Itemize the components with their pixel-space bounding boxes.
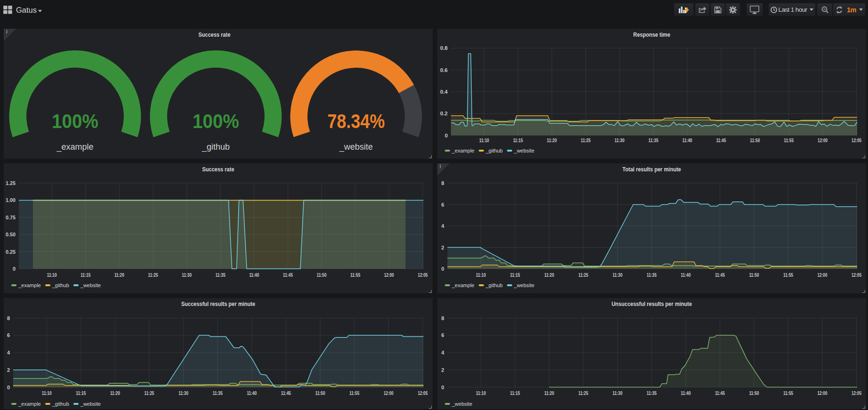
- svg-text:11:35: 11:35: [649, 137, 659, 143]
- svg-text:11:55: 11:55: [350, 272, 360, 278]
- svg-text:11:50: 11:50: [749, 272, 759, 278]
- svg-text:6: 6: [441, 202, 444, 208]
- svg-text:11:50: 11:50: [749, 390, 759, 396]
- svg-text:11:55: 11:55: [784, 137, 794, 143]
- svg-text:8: 8: [7, 315, 10, 321]
- svg-text:11:10: 11:10: [476, 390, 486, 396]
- svg-text:11:45: 11:45: [715, 390, 725, 396]
- svg-text:0: 0: [445, 133, 448, 138]
- svg-text:12:05: 12:05: [852, 390, 861, 396]
- svg-text:12:00: 12:00: [818, 137, 828, 143]
- svg-text:6: 6: [441, 332, 444, 338]
- svg-text:11:20: 11:20: [547, 137, 557, 143]
- svg-text:4: 4: [7, 350, 10, 355]
- svg-text:11:35: 11:35: [647, 272, 657, 278]
- svg-text:4: 4: [441, 350, 444, 355]
- svg-text:11:20: 11:20: [114, 272, 124, 278]
- svg-text:11:20: 11:20: [544, 272, 554, 278]
- svg-text:11:40: 11:40: [249, 272, 259, 278]
- svg-text:11:15: 11:15: [76, 390, 86, 396]
- svg-text:11:45: 11:45: [715, 272, 725, 278]
- svg-text:11:55: 11:55: [783, 390, 793, 396]
- svg-text:11:45: 11:45: [281, 390, 291, 396]
- svg-text:11:20: 11:20: [544, 390, 554, 396]
- svg-text:11:35: 11:35: [647, 390, 657, 396]
- svg-text:0: 0: [13, 266, 16, 272]
- svg-text:8: 8: [441, 315, 444, 321]
- svg-text:11:30: 11:30: [178, 390, 188, 396]
- svg-text:_github: _github: [201, 142, 230, 152]
- svg-text:11:25: 11:25: [579, 390, 588, 396]
- svg-text:0.6: 0.6: [440, 67, 448, 73]
- svg-text:11:55: 11:55: [349, 390, 359, 396]
- svg-text:11:10: 11:10: [476, 272, 486, 278]
- svg-text:12:05: 12:05: [418, 390, 428, 396]
- svg-text:11:25: 11:25: [579, 272, 588, 278]
- svg-text:6: 6: [7, 332, 10, 338]
- svg-text:11:55: 11:55: [783, 272, 793, 278]
- svg-text:0: 0: [7, 385, 10, 390]
- svg-text:11:25: 11:25: [145, 390, 154, 396]
- svg-text:11:25: 11:25: [148, 272, 158, 278]
- svg-text:11:30: 11:30: [612, 272, 622, 278]
- svg-text:2: 2: [441, 245, 444, 250]
- svg-text:11:15: 11:15: [510, 390, 520, 396]
- svg-text:0: 0: [441, 385, 444, 390]
- svg-text:11:10: 11:10: [42, 390, 52, 396]
- svg-text:11:45: 11:45: [716, 137, 726, 143]
- svg-text:12:00: 12:00: [384, 390, 394, 396]
- svg-text:0.50: 0.50: [6, 232, 16, 237]
- svg-text:12:00: 12:00: [384, 272, 394, 278]
- svg-text:100%: 100%: [52, 110, 98, 132]
- svg-text:11:45: 11:45: [283, 272, 293, 278]
- svg-text:0.25: 0.25: [6, 249, 16, 255]
- svg-text:11:40: 11:40: [683, 137, 692, 143]
- svg-text:11:25: 11:25: [581, 137, 591, 143]
- svg-text:11:40: 11:40: [681, 390, 691, 396]
- svg-text:11:30: 11:30: [612, 390, 622, 396]
- svg-text:11:30: 11:30: [615, 137, 625, 143]
- svg-text:12:05: 12:05: [418, 272, 428, 278]
- svg-text:11:20: 11:20: [110, 390, 120, 396]
- svg-text:0.75: 0.75: [6, 215, 16, 220]
- svg-text:0.4: 0.4: [440, 89, 448, 95]
- svg-text:11:15: 11:15: [513, 137, 523, 143]
- svg-text:1.00: 1.00: [6, 197, 16, 203]
- svg-text:12:00: 12:00: [818, 390, 828, 396]
- svg-text:0.8: 0.8: [440, 45, 448, 51]
- svg-text:2: 2: [7, 367, 10, 373]
- svg-text:11:10: 11:10: [479, 137, 489, 143]
- svg-text:_example: _example: [56, 142, 93, 152]
- svg-text:0.2: 0.2: [440, 111, 448, 116]
- svg-text:12:05: 12:05: [852, 272, 861, 278]
- svg-text:12:00: 12:00: [818, 272, 828, 278]
- svg-text:11:15: 11:15: [80, 272, 90, 278]
- svg-text:11:40: 11:40: [681, 272, 691, 278]
- svg-text:12:05: 12:05: [852, 137, 861, 143]
- svg-text:11:30: 11:30: [182, 272, 192, 278]
- svg-text:11:10: 11:10: [47, 272, 57, 278]
- svg-text:8: 8: [441, 180, 444, 186]
- svg-text:2: 2: [441, 367, 444, 373]
- svg-text:4: 4: [441, 223, 444, 229]
- svg-text:_website: _website: [339, 142, 373, 152]
- svg-text:11:15: 11:15: [510, 272, 520, 278]
- svg-text:0: 0: [441, 266, 444, 272]
- svg-text:11:40: 11:40: [247, 390, 257, 396]
- svg-text:11:35: 11:35: [216, 272, 225, 278]
- svg-text:11:35: 11:35: [213, 390, 223, 396]
- svg-text:100%: 100%: [193, 110, 239, 132]
- svg-text:78.34%: 78.34%: [328, 110, 385, 132]
- svg-text:11:50: 11:50: [750, 137, 760, 143]
- svg-text:11:50: 11:50: [317, 272, 327, 278]
- svg-text:1.25: 1.25: [6, 180, 16, 186]
- svg-text:11:50: 11:50: [315, 390, 325, 396]
